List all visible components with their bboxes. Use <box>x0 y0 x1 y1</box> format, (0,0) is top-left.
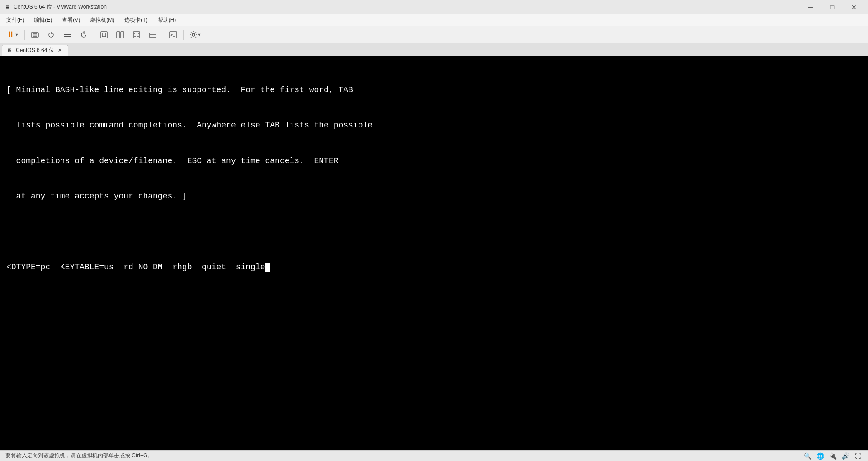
svg-rect-6 <box>64 36 71 37</box>
terminal-line-1: [ Minimal BASH-like line editing is supp… <box>6 84 862 96</box>
tab-bar: 🖥 CentOS 6 64 位 ✕ <box>0 43 868 56</box>
terminal-cursor <box>265 263 270 272</box>
status-network-icon[interactable]: 🌐 <box>816 452 825 461</box>
svg-point-16 <box>192 33 195 36</box>
terminal-line-4: at any time accepts your changes. ] <box>6 190 862 202</box>
menu-view[interactable]: 查看(V) <box>57 15 85 25</box>
title-bar: 🖥 CentOS 6 64 位 - VMware Workstation ─ □… <box>0 0 868 14</box>
close-button[interactable]: ✕ <box>844 0 864 14</box>
send-ctrlaltdel-button[interactable] <box>28 28 42 42</box>
suspend-button[interactable] <box>60 28 75 42</box>
status-fullscreen-icon[interactable]: ⛶ <box>854 452 863 461</box>
separator-2 <box>94 30 94 40</box>
terminal-line-3: completions of a device/filename. ESC at… <box>6 155 862 167</box>
status-message: 要将输入定向到该虚拟机，请在虚拟机内部单击或按 Ctrl+G。 <box>5 452 153 460</box>
svg-rect-4 <box>64 33 71 33</box>
minimize-button[interactable]: ─ <box>800 0 821 14</box>
menu-edit[interactable]: 编辑(E) <box>29 15 57 25</box>
settings-button[interactable]: ▼ <box>186 28 204 42</box>
status-usb-icon[interactable]: 🔌 <box>828 452 837 461</box>
menu-file[interactable]: 文件(F) <box>2 15 28 25</box>
menu-vm[interactable]: 虚拟机(M) <box>85 15 119 25</box>
terminal-output: [ Minimal BASH-like line editing is supp… <box>0 56 868 301</box>
tab-label: CentOS 6 64 位 <box>16 47 54 54</box>
terminal-line-2: lists possible command completions. Anyw… <box>6 119 862 131</box>
fullscreen-icon <box>100 31 108 39</box>
restart-icon <box>80 31 88 39</box>
status-audio-icon[interactable]: 🔊 <box>841 452 850 461</box>
svg-rect-10 <box>121 32 124 38</box>
pause-dropdown-arrow: ▼ <box>15 33 19 37</box>
console-button[interactable] <box>166 28 180 42</box>
settings-dropdown-arrow: ▼ <box>198 33 202 37</box>
suspend-icon <box>63 31 71 39</box>
keyboard-icon <box>31 31 39 39</box>
svg-rect-14 <box>170 32 177 38</box>
tab-vm-icon: 🖥 <box>7 47 13 54</box>
separator-4 <box>183 30 184 40</box>
svg-rect-9 <box>117 32 120 38</box>
restart-button[interactable] <box>76 28 91 42</box>
tab-fullscreen-icon <box>132 31 141 39</box>
svg-rect-5 <box>64 34 71 35</box>
vm-tab[interactable]: 🖥 CentOS 6 64 位 ✕ <box>2 45 68 56</box>
menu-bar: 文件(F) 编辑(E) 查看(V) 虚拟机(M) 选项卡(T) 帮助(H) <box>0 14 868 26</box>
menu-tab[interactable]: 选项卡(T) <box>120 15 152 25</box>
svg-rect-8 <box>102 33 106 37</box>
toolbar: ⏸ ▼ <box>0 26 868 43</box>
console-icon <box>169 31 177 39</box>
terminal-line-6: <DTYPE=pc KEYTABLE=us rd_NO_DM rhgb quie… <box>6 261 862 273</box>
svg-rect-7 <box>101 32 107 38</box>
exit-fullscreen-button[interactable] <box>146 28 160 42</box>
settings-icon <box>189 31 198 39</box>
power-icon <box>47 31 55 39</box>
tab-fullscreen-button[interactable] <box>129 28 144 42</box>
pause-button[interactable]: ⏸ ▼ <box>4 28 22 42</box>
window-layout-button[interactable] <box>113 28 127 42</box>
svg-rect-11 <box>133 32 140 38</box>
menu-help[interactable]: 帮助(H) <box>153 15 181 25</box>
terminal-line-5 <box>6 226 862 237</box>
exit-fullscreen-icon <box>149 31 157 39</box>
svg-rect-12 <box>150 33 156 38</box>
vm-display[interactable]: [ Minimal BASH-like line editing is supp… <box>0 56 868 450</box>
app-icon: 🖥 <box>4 4 11 11</box>
pause-icon: ⏸ <box>7 30 15 39</box>
status-zoom-icon[interactable]: 🔍 <box>803 452 812 461</box>
power-button[interactable] <box>44 28 58 42</box>
separator-1 <box>24 30 25 40</box>
window-title: CentOS 6 64 位 - VMware Workstation <box>14 3 107 11</box>
window-layout-icon <box>116 31 124 39</box>
tab-close-button[interactable]: ✕ <box>57 47 63 54</box>
status-icons: 🔍 🌐 🔌 🔊 ⛶ <box>803 452 863 461</box>
maximize-button[interactable]: □ <box>822 0 843 14</box>
fullscreen-button[interactable] <box>97 28 111 42</box>
window-controls: ─ □ ✕ <box>800 0 864 14</box>
separator-3 <box>163 30 163 40</box>
status-bar: 要将输入定向到该虚拟机，请在虚拟机内部单击或按 Ctrl+G。 🔍 🌐 🔌 🔊 … <box>0 450 868 461</box>
